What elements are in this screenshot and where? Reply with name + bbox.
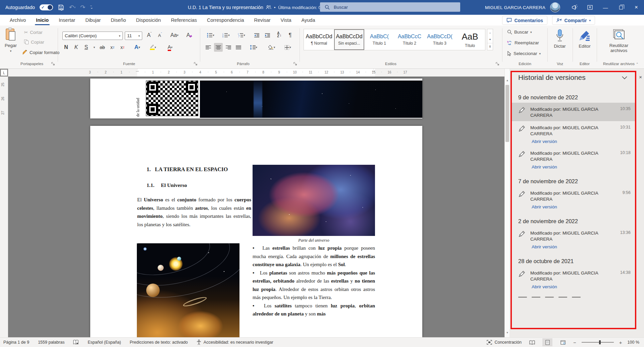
font-family-select[interactable]: Calibri (Cuerpo)▾	[62, 32, 123, 40]
document-canvas[interactable]: de la unidad 1. LA TIERRA EN EL ESPACIO …	[8, 77, 504, 337]
scroll-up-icon[interactable]: ▲	[505, 78, 510, 83]
tab-ayuda[interactable]: Ayuda	[297, 15, 320, 26]
text-effects-button[interactable]: A▾	[131, 43, 144, 52]
autosave-toggle[interactable]: ✓	[40, 4, 53, 10]
style-t-tulo-1[interactable]: AaBbC(Título 1	[364, 29, 394, 50]
version-entry[interactable]: Modificado por: MIGUEL GARCIA CARRERA14:…	[512, 266, 635, 292]
style-t-tulo-2[interactable]: AaBbCcCTítulo 2	[394, 29, 425, 50]
version-entry[interactable]: Modificado por: MIGUEL GARCIA CARRERA9:5…	[512, 187, 635, 212]
style-t-tulo[interactable]: AaBTítulo	[455, 29, 485, 50]
vertical-ruler[interactable]: 252627	[0, 77, 8, 337]
subscript-button[interactable]: x2	[108, 43, 117, 52]
avatar[interactable]	[550, 2, 560, 12]
clear-formatting-button[interactable]: A	[185, 31, 194, 40]
comments-button[interactable]: Comentarios	[502, 16, 547, 25]
strikethrough-button[interactable]: ab	[98, 43, 107, 52]
find-button[interactable]: Buscar▾	[507, 30, 532, 35]
editor-button[interactable]: Editor	[575, 29, 594, 49]
superscript-button[interactable]: x2	[118, 43, 127, 52]
paste-button[interactable]: Pegar ▾	[5, 28, 17, 53]
change-case-button[interactable]: Aa▾	[168, 31, 181, 40]
sort-button[interactable]: AZ↓	[274, 30, 285, 39]
font-size-select[interactable]: 11▾	[125, 32, 142, 40]
page-1[interactable]: de la unidad	[90, 79, 422, 118]
shrink-font-button[interactable]: Aˇ	[156, 31, 164, 40]
page-indicator[interactable]: Página 1 de 9	[3, 340, 29, 345]
select-button[interactable]: Seleccionar▾	[507, 51, 541, 56]
version-entry[interactable]: Modificado por: MIGUEL GARCIA CARRERA10:…	[512, 103, 635, 121]
dictate-button[interactable]: Dictar	[550, 29, 570, 49]
format-painter-button[interactable]: Copiar formato	[22, 50, 59, 55]
zoom-in-button[interactable]: +	[619, 340, 622, 345]
minimize-button[interactable]: —	[598, 0, 613, 15]
read-mode-button[interactable]	[527, 338, 537, 346]
underline-chevron[interactable]: ▾	[90, 43, 99, 52]
tab-insertar[interactable]: Insertar	[54, 15, 80, 26]
reuse-files-button[interactable]: Reutilizar archivos	[600, 29, 637, 53]
zoom-slider[interactable]	[582, 342, 614, 343]
grow-font-button[interactable]: Aˆ	[145, 31, 154, 40]
restore-button[interactable]	[613, 0, 629, 15]
accessibility-status[interactable]: Accesibilidad: es necesario investigar	[197, 340, 273, 345]
show-marks-button[interactable]: ¶	[286, 31, 294, 40]
style--normal[interactable]: AaBbCcDd¶ Normal	[304, 29, 334, 50]
proofing-icon[interactable]	[73, 340, 79, 345]
tab-selector[interactable]: L	[1, 69, 7, 76]
styles-dialog-launcher[interactable]	[496, 62, 500, 66]
shading-button[interactable]: ▾	[265, 43, 278, 52]
user-name[interactable]: MIGUEL GARCIA CARRERA	[485, 5, 545, 10]
tab-inicio[interactable]: Inicio	[31, 15, 54, 26]
word-count[interactable]: 1559 palabras	[38, 340, 64, 345]
justify-button[interactable]	[234, 43, 243, 52]
tab-vista[interactable]: Vista	[276, 15, 297, 26]
bold-button[interactable]: N	[62, 43, 70, 52]
zoom-slider-thumb[interactable]	[599, 340, 601, 344]
replace-button[interactable]: bc Reemplazar	[507, 40, 539, 45]
panel-close-icon[interactable]: ×	[639, 74, 642, 80]
tab-revisar[interactable]: Revisar	[249, 15, 275, 26]
horizontal-ruler[interactable]: 1·2·3·1·2·3·4·5·6·7·8·9·10·11·12·13·14·1…	[8, 69, 504, 77]
web-layout-button[interactable]	[558, 338, 568, 346]
styles-scroll-up[interactable]: ▴	[487, 29, 493, 36]
underline-button[interactable]: S	[82, 43, 91, 52]
version-entry[interactable]: Modificado por: MIGUEL GARCIA CARRERA13:…	[512, 227, 635, 252]
scrollbar-thumb[interactable]	[505, 85, 509, 142]
decrease-indent-button[interactable]	[252, 31, 261, 40]
highlight-color-button[interactable]: ▾	[146, 43, 160, 52]
version-entry[interactable]: Modificado por: MIGUEL GARCIA CARRERA10:…	[512, 121, 635, 147]
align-left-button[interactable]	[204, 43, 213, 52]
nebula-image[interactable]	[253, 165, 375, 236]
close-button[interactable]: ×	[629, 0, 644, 15]
open-version-link[interactable]: Abrir versión	[532, 244, 631, 249]
collapse-ribbon-icon[interactable]: ⌃	[636, 62, 639, 66]
coming-soon-megaphone-icon[interactable]	[567, 0, 582, 15]
line-spacing-button[interactable]: ▾	[247, 43, 260, 52]
tab-correspondencia[interactable]: Correspondencia	[202, 15, 249, 26]
version-entry[interactable]: Modificado por: MIGUEL GARCIA CARRERA10:…	[512, 147, 635, 172]
copy-button[interactable]: Copiar	[24, 40, 44, 45]
align-center-button[interactable]	[214, 43, 223, 52]
undo-icon[interactable]: ↶▾	[69, 4, 76, 11]
tab-diseño[interactable]: Diseño	[106, 15, 131, 26]
font-color-button[interactable]: A▾	[164, 43, 176, 52]
clipboard-dialog-launcher[interactable]	[51, 62, 55, 66]
language-indicator[interactable]: Español (España)	[88, 340, 121, 345]
tab-disposición[interactable]: Disposición	[131, 15, 166, 26]
scroll-down-icon[interactable]: ▼	[505, 330, 510, 335]
increase-indent-button[interactable]	[263, 31, 272, 40]
vertical-scrollbar[interactable]: ▲ ▼	[504, 69, 509, 337]
multilevel-list-button[interactable]: 1ai▾	[235, 31, 248, 40]
numbered-list-button[interactable]: 123▾	[219, 31, 233, 40]
print-layout-button[interactable]	[542, 338, 552, 346]
styles-scroll-down[interactable]: ▾	[487, 36, 493, 43]
style-sin-espaci-[interactable]: AaBbCcDdSin espaci...	[334, 29, 364, 50]
page-2[interactable]: 1. LA TIERRA EN EL ESPACIO 1.1. El Unive…	[90, 126, 422, 337]
tab-referencias[interactable]: Referencias	[166, 15, 202, 26]
italic-button[interactable]: K	[72, 43, 80, 52]
tab-dibujar[interactable]: Dibujar	[80, 15, 106, 26]
search-input[interactable]: Buscar	[320, 2, 460, 12]
bullet-list-button[interactable]: ▾	[204, 31, 217, 40]
share-button[interactable]: Compartir ▾	[552, 16, 595, 25]
ribbon-display-options-icon[interactable]	[582, 0, 598, 15]
zoom-level[interactable]: 100 %	[628, 340, 639, 345]
